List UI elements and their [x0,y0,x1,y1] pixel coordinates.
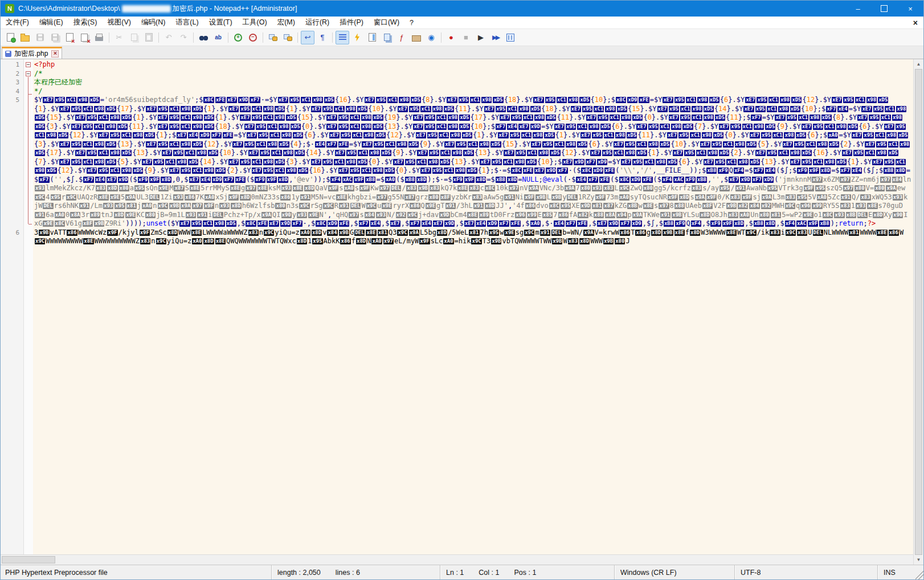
vertical-scrollbar-thumb[interactable] [915,69,922,555]
control-char-block: x9E [803,212,813,218]
status-eol-format[interactable]: Windows (CR LF) [614,565,734,579]
close-file-button[interactable] [63,31,76,44]
control-char-block: xC1 [256,141,266,148]
resize-grip[interactable] [915,565,923,579]
menu-item-3[interactable]: 视图(V) [102,17,136,28]
control-char-block: x9A [632,212,643,218]
code-area[interactable]: <?php/*本程序已经加密*/$YxE7x95xC1x98xD5='or4m5… [34,59,911,246]
control-char-block: x8F [702,203,713,209]
code-line-4[interactable]: */ [34,87,911,96]
code-line-3[interactable]: 本程序已经加密 [34,78,911,87]
control-char-block: x95 [730,124,741,130]
cut-button[interactable]: ✂ [112,31,126,44]
close-button[interactable]: × [897,1,923,17]
control-char-block: x95 [669,106,679,112]
word-wrap-button[interactable]: ↩ [301,31,314,44]
control-char-block: x83 [770,230,780,236]
control-char-block: xE7 [240,115,250,121]
save-all-button[interactable] [48,31,62,44]
tab-encrypted-php[interactable]: 加密后.php × [2,47,62,59]
control-char-block: xE7 [531,141,541,148]
control-char-block: x95 [797,194,807,201]
code-line-2[interactable]: /* [34,70,911,79]
macro-play-button[interactable]: ▶ [474,31,488,44]
editor[interactable]: 123456 <?php/*本程序已经加密*/$YxE7x95xC1x98xD5… [1,59,913,554]
undo-button[interactable]: ↶ [162,31,175,44]
horizontal-scrollbar[interactable] [1,554,913,565]
menu-item-7[interactable]: 工具(O) [238,17,272,28]
control-char-block: x81 [771,212,781,218]
macro-record-button[interactable]: ● [444,31,458,44]
fold-margin[interactable] [24,59,33,554]
close-all-button[interactable] [77,31,91,44]
control-char-block: x9A [529,185,539,191]
maximize-button[interactable] [871,1,897,17]
menu-item-5[interactable]: 语言(L) [170,17,203,28]
folder-as-workspace-button[interactable] [410,31,423,44]
open-file-button[interactable] [18,31,32,44]
status-insert-mode[interactable]: INS [877,565,915,579]
menu-item-1[interactable]: 编辑(E) [34,17,68,28]
function-list-button[interactable]: ƒ [395,31,408,44]
find-button[interactable] [197,31,210,44]
title-bar[interactable]: N C:\Users\Administrator\Desktop\加密后.php… [1,1,923,17]
code-line-6[interactable]: 3x9BvATTx86WWWWcWzx9F/kjylx9FZmScx8DWWWx… [34,228,911,246]
status-doctype: PHP Hypertext Preprocessor file [1,565,271,579]
horizontal-scrollbar-thumb[interactable] [2,556,55,563]
control-char-block: x87 [404,194,415,201]
menu-item-11[interactable]: 窗口(W) [369,17,404,28]
sync-horizontal-scroll-button[interactable] [281,31,295,44]
control-char-block: xFE [599,177,610,183]
status-encoding[interactable]: UTF-8 [734,565,877,579]
sync-vertical-scroll-button[interactable] [266,31,280,44]
code-line-5[interactable]: $YxE7x95xC1x98xD5='or4m56suibeptdcaf_ly'… [34,96,911,228]
copy-button[interactable] [127,31,141,44]
minimize-button[interactable]: – [845,1,871,17]
menu-close-icon[interactable]: × [913,18,918,27]
scroll-down-icon[interactable]: ▼ [914,555,923,565]
vertical-scrollbar[interactable]: ▲ ▼ [913,59,923,565]
control-char-block: x98 [275,115,285,121]
monitoring-button[interactable]: ◉ [424,31,438,44]
print-button[interactable] [92,31,106,44]
save-button[interactable] [33,31,47,44]
zoom-out-button[interactable]: − [246,31,260,44]
redo-button[interactable]: ↷ [177,31,190,44]
tab-close-icon[interactable]: × [51,50,59,58]
document-list-button[interactable] [380,31,394,44]
menu-item-6[interactable]: 设置(T) [204,17,238,28]
macro-save-button[interactable] [504,31,517,44]
control-char-block: xD5 [530,106,541,112]
zoom-in-button[interactable]: + [231,31,245,44]
control-char-block: x9B [663,230,673,236]
paste-button[interactable] [142,31,156,44]
launch-shortcut-button[interactable] [350,31,364,44]
menu-item-2[interactable]: 搜索(S) [68,17,103,28]
control-char-block: xB8 [884,168,894,174]
fold-collapse-icon[interactable] [26,71,31,76]
close-all-icon [81,34,88,42]
menu-item-10[interactable]: 插件(P) [334,17,369,28]
toolbar-separator [193,32,194,43]
menu-item-4[interactable]: 编码(N) [136,17,170,28]
document-map-button[interactable] [365,31,379,44]
zoom-in-icon: + [234,34,242,42]
control-char-block: x86 [280,194,291,201]
control-char-block: xD5 [627,132,637,138]
menu-item-0[interactable]: 文件(F) [1,17,34,28]
control-char-block: x98 [697,97,708,103]
fold-collapse-icon[interactable] [26,62,31,67]
macro-run-multiple-button[interactable]: ▶▶ [489,31,502,44]
code-line-1[interactable]: <?php [34,60,911,70]
show-all-characters-button[interactable]: ¶ [316,31,329,44]
control-char-block: x8D [690,230,700,236]
menu-item-9[interactable]: 运行(R) [300,17,334,28]
new-file-button[interactable] [3,31,17,44]
menu-item-8[interactable]: 宏(M) [272,17,300,28]
menu-item-12[interactable]: ? [404,18,419,28]
indent-guide-button[interactable] [336,31,349,44]
scroll-up-icon[interactable]: ▲ [914,59,923,69]
macro-stop-button[interactable]: ■ [459,31,473,44]
replace-button[interactable]: ab [211,31,225,44]
control-char-block: x97 [379,185,390,191]
